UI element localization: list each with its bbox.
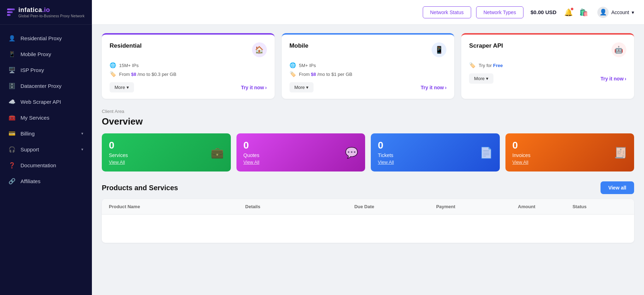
scraper-card-footer: More ▾ Try it now ›	[469, 73, 626, 84]
account-avatar: 👤	[597, 7, 609, 18]
more-chevron: ▾	[127, 85, 129, 90]
network-types-button[interactable]: Network Types	[476, 6, 523, 18]
invoices-icon: 🧾	[614, 146, 627, 159]
residential-card-header: Residential 🏠	[110, 42, 267, 57]
affiliates-icon: 🔗	[8, 178, 16, 185]
tag-icon-scr: 🏷️	[469, 62, 476, 68]
notifications-button[interactable]: 🔔	[563, 7, 574, 18]
isp-icon: 🖥️	[8, 67, 16, 73]
col-header-details: Details	[245, 204, 355, 209]
residential-icon: 👤	[8, 35, 16, 42]
globe-icon-mob: 🌐	[289, 62, 296, 68]
residential-more-button[interactable]: More ▾	[110, 82, 134, 92]
tickets-view-all[interactable]: View All	[378, 159, 394, 165]
scraper-card-header: Scraper API 🤖	[469, 42, 626, 57]
more-chevron-mob: ▾	[306, 85, 309, 90]
table-empty-state	[102, 215, 634, 243]
logo-icon	[7, 8, 15, 16]
header-icons: 🔔 🛍️	[563, 7, 590, 18]
overview-section: Client Area Overview 0 Services View All…	[102, 109, 634, 243]
balance-display: $0.00 USD	[531, 9, 556, 15]
network-status-button[interactable]: Network Status	[423, 6, 471, 18]
documentation-icon: ❓	[8, 162, 16, 169]
mobile-card-footer: More ▾ Try it now ›	[289, 82, 447, 92]
tickets-label: Tickets	[378, 152, 394, 158]
logo-tld: .io	[42, 6, 50, 13]
sidebar-item-isp[interactable]: 🖥️ ISP Proxy	[0, 62, 92, 78]
account-button[interactable]: 👤 Account ▾	[597, 7, 634, 18]
services-view-all[interactable]: View All	[109, 159, 125, 165]
sidebar-item-residential[interactable]: 👤 Residential Proxy	[0, 30, 92, 46]
sidebar-item-myservices[interactable]: 🧰 My Services	[0, 110, 92, 126]
globe-icon: 🌐	[110, 62, 116, 68]
sidebar-item-documentation[interactable]: ❓ Documentation	[0, 157, 92, 173]
sidebar-nav: 👤 Residential Proxy 📱 Mobile Proxy 🖥️ IS…	[0, 25, 92, 295]
sidebar-item-affiliates[interactable]: 🔗 Affiliates	[0, 173, 92, 189]
stat-left-invoices: 0 Invoices View All	[513, 140, 531, 165]
more-chevron-scr: ▾	[486, 76, 488, 81]
mobile-more-button[interactable]: More ▾	[289, 82, 314, 92]
sidebar-label-billing: Billing	[21, 131, 35, 137]
stat-left-services: 0 Services View All	[109, 140, 128, 165]
notification-badge	[570, 7, 574, 11]
sidebar-label-datacenter: Datacenter Proxy	[21, 83, 62, 89]
myservices-icon: 🧰	[8, 114, 16, 121]
residential-price: 🏷️ From $8 /mo to $0.3 per GB	[110, 71, 267, 77]
tag-icon: 🏷️	[110, 71, 116, 77]
sidebar-item-mobile[interactable]: 📱 Mobile Proxy	[0, 46, 92, 62]
services-count: 0	[109, 140, 128, 151]
services-label: Services	[109, 152, 128, 158]
overview-title: Overview	[102, 116, 634, 127]
residential-try-link[interactable]: Try it now ›	[241, 85, 267, 90]
scraper-more-button[interactable]: More ▾	[469, 73, 493, 84]
products-view-all-button[interactable]: View all	[601, 181, 634, 194]
logo-tagline: Global Peer-to-Business Proxy Network	[18, 14, 84, 18]
sidebar: infatica.io Global Peer-to-Business Prox…	[0, 0, 92, 295]
quotes-count: 0	[244, 140, 259, 151]
col-header-status: Status	[573, 204, 627, 209]
quotes-label: Quotes	[244, 152, 259, 158]
logo-text: infatica.io	[18, 6, 84, 14]
residential-card-title: Residential	[110, 42, 142, 49]
stats-cards: 0 Services View All 💼 0 Quotes View All …	[102, 133, 634, 171]
sidebar-item-support[interactable]: 🎧 Support ▾	[0, 142, 92, 157]
sidebar-item-datacenter[interactable]: 🗄️ Datacenter Proxy	[0, 78, 92, 94]
sidebar-item-billing[interactable]: 💳 Billing ▾	[0, 126, 92, 142]
tickets-icon: 📄	[480, 146, 493, 159]
scraper-card-title: Scraper API	[469, 42, 503, 49]
billing-icon: 💳	[8, 130, 16, 137]
stat-left-tickets: 0 Tickets View All	[378, 140, 394, 165]
account-chevron: ▾	[632, 10, 634, 15]
scraper-free: 🏷️ Try for Free	[469, 62, 626, 68]
invoices-view-all[interactable]: View All	[513, 159, 528, 165]
mobile-card-icon: 📱	[432, 42, 446, 57]
breadcrumb: Client Area	[102, 109, 634, 114]
sidebar-label-affiliates: Affiliates	[21, 178, 40, 184]
col-header-product: Product Name	[109, 204, 245, 209]
datacenter-icon: 🗄️	[8, 83, 16, 89]
col-header-payment: Payment	[436, 204, 518, 209]
sidebar-item-scraper[interactable]: ☁️ Web Scraper API	[0, 94, 92, 110]
content-area: Residential 🏠 🌐 15M+ IPs 🏷️ From $8 /mo …	[92, 25, 644, 251]
table-header-row: Product Name Details Due Date Payment Am…	[102, 199, 634, 215]
mobile-price: 🏷️ From $8 /mo to $1 per GB	[289, 71, 447, 77]
services-icon: 💼	[211, 146, 224, 159]
sidebar-label-isp: ISP Proxy	[21, 67, 44, 73]
mobile-try-link[interactable]: Try it now ›	[421, 85, 446, 90]
sidebar-label-residential: Residential Proxy	[21, 35, 62, 41]
proxy-cards-row: Residential 🏠 🌐 15M+ IPs 🏷️ From $8 /mo …	[102, 33, 634, 99]
mobile-icon: 📱	[8, 51, 16, 58]
residential-card: Residential 🏠 🌐 15M+ IPs 🏷️ From $8 /mo …	[102, 33, 275, 99]
support-chevron: ▾	[81, 147, 83, 152]
cart-button[interactable]: 🛍️	[578, 7, 590, 18]
invoices-count: 0	[513, 140, 531, 151]
sidebar-label-documentation: Documentation	[21, 162, 56, 168]
products-title: Products and Services	[102, 184, 178, 192]
scraper-try-link[interactable]: Try it now ›	[601, 76, 626, 82]
billing-chevron: ▾	[81, 131, 83, 136]
products-header: Products and Services View all	[102, 181, 634, 194]
logo-area: infatica.io Global Peer-to-Business Prox…	[0, 0, 92, 25]
quotes-view-all[interactable]: View All	[244, 159, 259, 165]
invoices-label: Invoices	[513, 152, 531, 158]
scraper-card: Scraper API 🤖 🏷️ Try for Free More ▾ Try…	[461, 33, 634, 99]
